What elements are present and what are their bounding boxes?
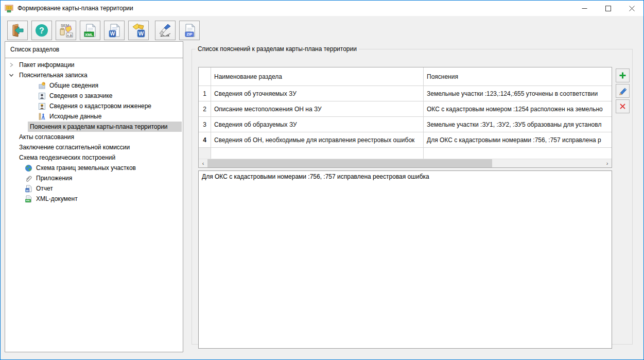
app-window: Формирование карты-плана территории ?SEM… bbox=[0, 0, 644, 360]
tree-item-attachments[interactable]: Приложения bbox=[5, 173, 183, 183]
explanation-memo[interactable]: Для ОКС с кадастровыми номерами :756, :7… bbox=[198, 170, 612, 349]
row-number: 3 bbox=[199, 117, 211, 132]
plus-icon bbox=[618, 71, 627, 80]
svg-text:?: ? bbox=[39, 26, 44, 35]
engineer-icon bbox=[38, 102, 46, 110]
tree-item-label: Акты согласования bbox=[19, 133, 74, 141]
column-header-section: Наименование раздела bbox=[211, 67, 424, 85]
tree-item-customer-info[interactable]: Сведения о заказчике bbox=[5, 91, 183, 101]
word-doc-icon: W bbox=[107, 23, 121, 38]
tree-item-label: Заключение согласительной комиссии bbox=[19, 144, 130, 151]
svg-text:XML: XML bbox=[26, 199, 30, 202]
section-name-cell: Сведения об образуемых ЗУ bbox=[211, 117, 424, 132]
explanation-cell: Для ОКС с кадастровыми номерами :756, :7… bbox=[424, 132, 612, 147]
tree-item-explanatory-note[interactable]: Пояснительная записка bbox=[5, 70, 183, 80]
tree-item-report[interactable]: WОтчет bbox=[5, 183, 183, 194]
svg-text:A,B: A,B bbox=[67, 34, 72, 37]
tree-item-commission-conclusion[interactable]: Заключение согласительной комиссии bbox=[5, 142, 183, 152]
tree-item-general-info[interactable]: Общие сведения bbox=[5, 80, 183, 91]
edit-explanation-button[interactable] bbox=[616, 84, 630, 98]
explanation-cell: ОКС с кадастровым номером :1254 располож… bbox=[424, 101, 612, 116]
groupbox-title: Список пояснений к разделам карты-плана … bbox=[196, 45, 359, 53]
tree-item-package-info[interactable]: Пакет информации bbox=[5, 60, 183, 70]
svg-text:XML: XML bbox=[85, 32, 93, 37]
export-word-button[interactable]: W bbox=[104, 21, 125, 40]
report-table-icon bbox=[38, 82, 46, 90]
toolbar: ?SEMA,BXMLWWZIP bbox=[1, 16, 643, 45]
minimize-button[interactable] bbox=[572, 1, 596, 16]
export-scheme-word-button[interactable]: W bbox=[128, 21, 149, 40]
section-name-cell: Сведения об ОН, необходимые для исправле… bbox=[211, 132, 424, 147]
tree-item-label: Схема границ земельных участков bbox=[36, 164, 136, 172]
exit-button[interactable] bbox=[7, 21, 28, 40]
tree-item-source-data[interactable]: Исходные данные bbox=[5, 111, 183, 122]
chevron-right-icon[interactable] bbox=[9, 62, 14, 67]
scrollbar-track[interactable] bbox=[492, 159, 603, 167]
close-button[interactable] bbox=[620, 1, 643, 16]
explanations-groupbox: Список пояснений к разделам карты-плана … bbox=[192, 45, 633, 345]
tree-item-engineer-info[interactable]: Сведения о кадастровом инженере bbox=[5, 101, 183, 111]
xml-doc-icon: XML bbox=[83, 23, 97, 38]
tree-item-xml-document[interactable]: XMLXML-документ bbox=[5, 194, 183, 204]
section-name-cell: Сведения об уточняемых ЗУ bbox=[211, 86, 424, 101]
tree-item-label: Сведения о кадастровом инженере bbox=[49, 102, 151, 110]
svg-text:ZIP: ZIP bbox=[187, 32, 193, 36]
window-controls bbox=[572, 1, 643, 16]
tree-item-label: Приложения bbox=[36, 175, 72, 182]
table-row[interactable]: 1Сведения об уточняемых ЗУЗемельные учас… bbox=[199, 86, 612, 101]
delete-explanation-button[interactable] bbox=[616, 99, 630, 113]
semantic-check-button[interactable]: SEMA,B bbox=[56, 21, 76, 40]
pencil-icon bbox=[618, 87, 627, 95]
explanation-cell: Земельные участки :123,:124,:655 уточнен… bbox=[424, 86, 612, 101]
row-number: 2 bbox=[199, 101, 211, 116]
svg-text:W: W bbox=[110, 31, 115, 37]
app-icon bbox=[5, 4, 14, 13]
tree-item-label: Пакет информации bbox=[19, 61, 75, 68]
tree-item-approval-acts[interactable]: Акты согласования bbox=[5, 132, 183, 142]
title-bar: Формирование карты-плана территории bbox=[1, 1, 643, 16]
exit-door-icon bbox=[10, 23, 25, 38]
draw-scheme-button[interactable] bbox=[155, 21, 176, 40]
tree-item-label: Исходные данные bbox=[49, 113, 101, 120]
export-zip-button[interactable]: ZIP bbox=[179, 21, 200, 40]
section-name-cell: Описание местоположения ОН на ЗУ bbox=[211, 101, 424, 116]
window-title: Формирование карты-плана территории bbox=[18, 5, 133, 12]
add-explanation-button[interactable] bbox=[616, 68, 630, 82]
column-header-num bbox=[199, 67, 211, 85]
word-doc-small-icon: W bbox=[25, 185, 32, 193]
explanation-cell: Земельне участки :ЗУ1, :ЗУ2, :ЗУ5 образо… bbox=[424, 117, 612, 132]
help-icon: ? bbox=[34, 23, 49, 38]
svg-text:W: W bbox=[26, 188, 29, 192]
word-parcel-icon: W bbox=[131, 23, 146, 38]
globe-icon bbox=[25, 164, 32, 172]
export-xml-button[interactable]: XML bbox=[80, 21, 100, 40]
tree-item-explanations[interactable]: Пояснения к разделам карты-плана террито… bbox=[5, 122, 183, 132]
help-button[interactable]: ? bbox=[31, 21, 52, 40]
tree-item-label: Схема геодезических построений bbox=[19, 154, 115, 161]
chevron-down-icon[interactable] bbox=[9, 73, 14, 78]
table-row[interactable]: 4Сведения об ОН, необходимые для исправл… bbox=[199, 132, 612, 148]
table-empty-area bbox=[199, 148, 612, 159]
table-row[interactable]: 2Описание местоположения ОН на ЗУОКС с к… bbox=[199, 101, 612, 117]
row-number: 1 bbox=[199, 86, 211, 101]
table-header: Наименование разделаПояснения bbox=[199, 67, 612, 86]
scrollbar-thumb[interactable] bbox=[207, 159, 492, 167]
svg-text:W: W bbox=[138, 30, 144, 37]
maximize-button[interactable] bbox=[596, 1, 620, 16]
table-row[interactable]: 3Сведения об образуемых ЗУЗемельне участ… bbox=[199, 117, 612, 132]
tree-item-label: Сведения о заказчике bbox=[49, 92, 113, 99]
paperclip-icon bbox=[25, 175, 32, 182]
brush-icon bbox=[158, 23, 173, 38]
sidebar-header: Список разделов bbox=[5, 41, 183, 58]
tree-item-boundaries-scheme[interactable]: Схема границ земельных участков bbox=[5, 163, 183, 173]
scroll-left-arrow[interactable]: ‹ bbox=[199, 159, 207, 167]
tree-item-geodetic-scheme[interactable]: Схема геодезических построений bbox=[5, 152, 183, 163]
sem-check-icon: SEMA,B bbox=[58, 23, 74, 38]
explanations-table: Наименование разделаПояснения 1Сведения … bbox=[198, 67, 612, 168]
scroll-right-arrow[interactable]: › bbox=[603, 159, 612, 167]
tree-item-label: Общие сведения bbox=[49, 82, 98, 89]
column-header-explanation: Пояснения bbox=[424, 67, 612, 85]
tree-item-label: Пояснительная записка bbox=[19, 72, 88, 79]
horizontal-scrollbar[interactable]: ‹ › bbox=[199, 159, 612, 167]
tree-item-label: Пояснения к разделам карты-плана террито… bbox=[30, 123, 168, 130]
